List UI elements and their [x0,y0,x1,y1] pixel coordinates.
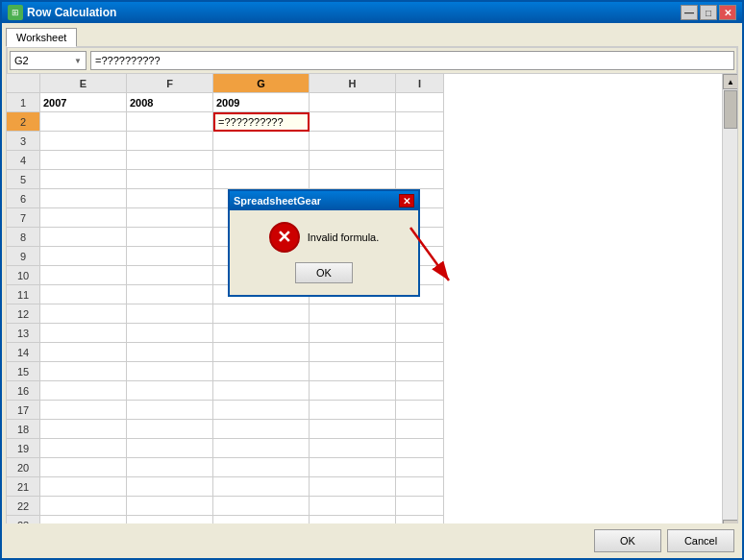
cell-F4[interactable] [127,151,213,170]
cell-G1[interactable]: 2009 [213,93,310,112]
dialog-ok-button[interactable]: OK [295,262,353,283]
cell-E22[interactable] [40,497,127,516]
cell-E21[interactable] [40,477,127,497]
cell-I14[interactable] [396,343,444,362]
cell-E10[interactable] [40,266,127,285]
cell-G13[interactable] [213,324,310,343]
cell-H13[interactable] [310,324,396,343]
cell-E4[interactable] [40,151,127,170]
cell-F7[interactable] [127,208,213,228]
cell-F21[interactable] [127,477,213,497]
cell-F11[interactable] [127,285,213,304]
cell-E3[interactable] [40,132,127,151]
cell-E2[interactable] [40,112,127,132]
cell-F9[interactable] [127,247,213,266]
cell-I21[interactable] [396,477,444,497]
cell-H17[interactable] [310,401,396,420]
cell-H3[interactable] [310,132,396,151]
cell-H2[interactable] [310,112,396,132]
cell-E7[interactable] [40,208,127,228]
cell-H4[interactable] [310,151,396,170]
cell-F2[interactable] [127,112,213,132]
cell-E19[interactable] [40,439,127,458]
cell-E23[interactable] [40,516,127,523]
maximize-button[interactable]: □ [700,5,717,20]
cell-E1[interactable]: 2007 [40,93,127,112]
cancel-button[interactable]: Cancel [667,529,734,552]
cell-F3[interactable] [127,132,213,151]
cell-G5[interactable] [213,170,310,189]
cell-H16[interactable] [310,381,396,401]
cell-H21[interactable] [310,477,396,497]
dialog-close-button[interactable]: ✕ [399,194,414,207]
cell-F20[interactable] [127,458,213,477]
cell-I16[interactable] [396,381,444,401]
cell-G17[interactable] [213,401,310,420]
cell-G4[interactable] [213,151,310,170]
scroll-up-button[interactable]: ▲ [723,74,737,89]
cell-G22[interactable] [213,497,310,516]
cell-H12[interactable] [310,304,396,324]
cell-E6[interactable] [40,189,127,208]
cell-E8[interactable] [40,228,127,247]
cell-I4[interactable] [396,151,444,170]
cell-E5[interactable] [40,170,127,189]
cell-G21[interactable] [213,477,310,497]
cell-reference-box[interactable]: G2 ▼ [10,51,87,70]
cell-G19[interactable] [213,439,310,458]
cell-I5[interactable] [396,170,444,189]
cell-H22[interactable] [310,497,396,516]
scroll-track-v[interactable] [723,89,737,520]
cell-G12[interactable] [213,304,310,324]
cell-H20[interactable] [310,458,396,477]
scroll-down-button[interactable]: ▼ [723,520,737,523]
close-button[interactable]: ✕ [719,5,736,20]
scroll-thumb-v[interactable] [724,90,737,129]
cell-I23[interactable] [396,516,444,523]
cell-H1[interactable] [310,93,396,112]
formula-input[interactable] [90,51,734,70]
cell-E20[interactable] [40,458,127,477]
cell-I1[interactable] [396,93,444,112]
cell-H5[interactable] [310,170,396,189]
cell-H19[interactable] [310,439,396,458]
cell-F13[interactable] [127,324,213,343]
cell-I15[interactable] [396,362,444,381]
cell-H18[interactable] [310,420,396,439]
cell-G3[interactable] [213,132,310,151]
cell-E11[interactable] [40,285,127,304]
cell-G2[interactable]: =?????????? [213,112,310,132]
cell-I3[interactable] [396,132,444,151]
cell-F12[interactable] [127,304,213,324]
ok-button[interactable]: OK [594,529,661,552]
cell-F19[interactable] [127,439,213,458]
cell-E12[interactable] [40,304,127,324]
cell-E14[interactable] [40,343,127,362]
cell-I12[interactable] [396,304,444,324]
cell-F17[interactable] [127,401,213,420]
cell-H15[interactable] [310,362,396,381]
cell-G14[interactable] [213,343,310,362]
cell-G16[interactable] [213,381,310,401]
cell-E15[interactable] [40,362,127,381]
cell-I22[interactable] [396,497,444,516]
cell-F5[interactable] [127,170,213,189]
cell-E18[interactable] [40,420,127,439]
cell-F1[interactable]: 2008 [127,93,213,112]
cell-H14[interactable] [310,343,396,362]
cell-E13[interactable] [40,324,127,343]
minimize-button[interactable]: — [681,5,698,20]
cell-I19[interactable] [396,439,444,458]
cell-G18[interactable] [213,420,310,439]
cell-F14[interactable] [127,343,213,362]
cell-I13[interactable] [396,324,444,343]
cell-F23[interactable] [127,516,213,523]
cell-F22[interactable] [127,497,213,516]
cell-E9[interactable] [40,247,127,266]
cell-F16[interactable] [127,381,213,401]
worksheet-tab[interactable]: Worksheet [6,28,77,47]
cell-I18[interactable] [396,420,444,439]
cell-F6[interactable] [127,189,213,208]
cell-E16[interactable] [40,381,127,401]
cell-F15[interactable] [127,362,213,381]
